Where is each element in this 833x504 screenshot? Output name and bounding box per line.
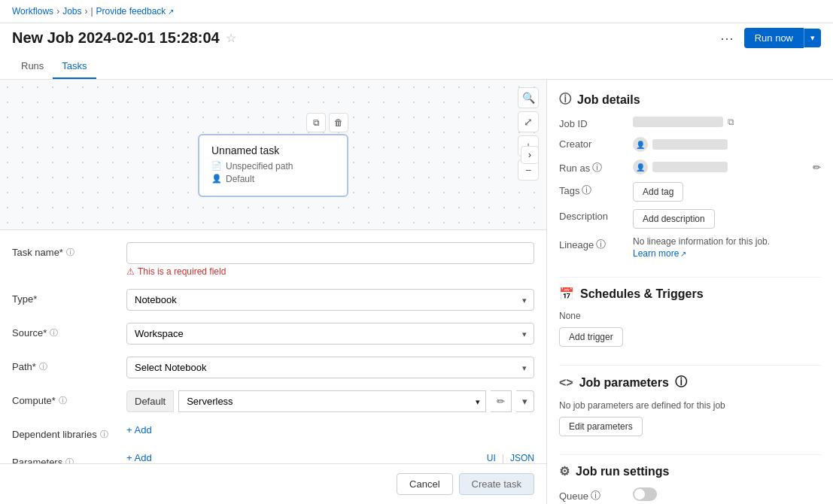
source-select-wrapper: Workspace ▾	[126, 323, 534, 345]
task-name-info-icon[interactable]: ⓘ	[66, 247, 74, 258]
add-description-button[interactable]: Add description	[633, 209, 715, 229]
params-header: + Add UI | JSON	[126, 452, 534, 463]
params-links: UI | JSON	[487, 453, 534, 463]
run-now-button[interactable]: Run now	[744, 28, 804, 48]
source-label: Source* ⓘ	[12, 323, 117, 339]
cancel-button[interactable]: Cancel	[397, 473, 452, 495]
run-as-info-icon[interactable]: ⓘ	[592, 161, 602, 175]
path-select-wrapper: Select Notebook ▾	[126, 357, 534, 378]
title-actions: ⋯ Run now ▾	[716, 28, 821, 48]
job-id-placeholder	[633, 117, 723, 127]
path-row: Path* ⓘ Select Notebook ▾	[12, 357, 534, 378]
page-title: New Job 2024-02-01 15:28:04	[12, 29, 220, 47]
dependent-libs-info-icon[interactable]: ⓘ	[100, 429, 108, 440]
breadcrumb-workflows[interactable]: Workflows	[12, 6, 53, 17]
task-card-cluster: 👤 Default	[211, 174, 335, 184]
source-info-icon[interactable]: ⓘ	[50, 327, 58, 339]
compute-default-tag: Default	[126, 390, 174, 412]
search-canvas-button[interactable]: 🔍	[518, 87, 539, 108]
add-tag-button[interactable]: Add tag	[633, 182, 683, 202]
run-as-label: Run as ⓘ	[559, 159, 627, 175]
breadcrumb: Workflows › Jobs › | Provide feedback	[12, 6, 174, 17]
job-params-info-icon[interactable]: ⓘ	[675, 375, 687, 390]
tab-runs[interactable]: Runs	[12, 54, 53, 79]
queue-info-icon[interactable]: ⓘ	[591, 489, 600, 502]
divider-1	[559, 277, 821, 278]
schedules-title: 📅 Schedules & Triggers	[559, 287, 821, 301]
source-row: Source* ⓘ Workspace ▾	[12, 323, 534, 345]
compute-caret-button[interactable]: ▾	[516, 390, 534, 412]
parameters-label: Parameters ⓘ	[12, 452, 117, 463]
params-ui-link[interactable]: UI	[487, 453, 496, 463]
compute-select-wrapper: Serverless ▾	[178, 390, 486, 412]
learn-more-link[interactable]: Learn more	[633, 248, 686, 259]
task-name-row: Task name* ⓘ ⚠ This is a required field	[12, 242, 534, 277]
parameters-row: Parameters ⓘ + Add UI | JSON	[12, 452, 534, 463]
no-params-text: No job parameters are defined for this j…	[559, 399, 821, 411]
dependent-libs-control: + Add	[126, 424, 534, 436]
run-as-avatar: 👤	[633, 159, 648, 175]
code-icon: <>	[559, 376, 573, 390]
task-form: Task name* ⓘ ⚠ This is a required field	[0, 230, 546, 463]
description-value: Add description	[633, 209, 821, 229]
copy-id-icon[interactable]: ⧉	[728, 117, 734, 127]
compute-select[interactable]: Serverless	[178, 390, 486, 412]
job-id-value: ⧉	[633, 117, 821, 127]
add-dependent-libs-link[interactable]: + Add	[126, 424, 534, 436]
creator-value: 👤	[633, 137, 821, 152]
edit-parameters-button[interactable]: Edit parameters	[559, 417, 643, 436]
app-container: Workflows › Jobs › | Provide feedback Ne…	[0, 0, 833, 504]
fit-canvas-button[interactable]: ⤢	[518, 111, 539, 132]
parameters-info-icon[interactable]: ⓘ	[65, 457, 74, 463]
path-select[interactable]: Select Notebook	[126, 357, 534, 378]
create-task-button[interactable]: Create task	[459, 473, 534, 495]
feedback-link[interactable]: Provide feedback	[96, 6, 175, 17]
breadcrumb-jobs[interactable]: Jobs	[62, 6, 81, 17]
queue-row: Queue ⓘ	[559, 487, 821, 502]
copy-task-button[interactable]: ⧉	[306, 113, 326, 132]
task-name-label: Task name* ⓘ	[12, 242, 117, 258]
tags-info-icon[interactable]: ⓘ	[582, 184, 591, 197]
run-as-placeholder	[652, 162, 728, 172]
dependent-libs-label: Dependent libraries ⓘ	[12, 424, 117, 440]
compute-edit-button[interactable]: ✏	[491, 390, 512, 412]
canvas-area: ⧉ 🗑 Unnamed task 📄 Unspecified path 👤 De…	[0, 80, 546, 230]
description-label: Description	[559, 209, 627, 222]
job-id-row: Job ID ⧉	[559, 117, 821, 129]
run-now-caret-button[interactable]: ▾	[804, 29, 821, 47]
toggle-knob	[634, 489, 645, 499]
divider-2	[559, 365, 821, 366]
run-as-edit-icon[interactable]: ✏	[813, 162, 821, 173]
path-info-icon[interactable]: ⓘ	[39, 361, 47, 372]
settings-icon: ⚙	[559, 464, 570, 478]
creator-label: Creator	[559, 137, 627, 150]
right-panel: ⓘ Job details Job ID ⧉ Creator 👤	[547, 80, 833, 504]
compute-row: Compute* ⓘ Default Serverless ▾	[12, 390, 534, 412]
tags-value: Add tag	[633, 182, 821, 202]
task-name-input[interactable]	[126, 242, 534, 264]
star-icon[interactable]: ☆	[226, 31, 236, 45]
path-control: Select Notebook ▾	[126, 357, 534, 378]
job-details-title: ⓘ Job details	[559, 92, 821, 108]
add-parameters-link[interactable]: + Add	[126, 452, 152, 463]
description-row: Description Add description	[559, 209, 821, 229]
run-as-row: Run as ⓘ 👤 ✏	[559, 159, 821, 175]
collapse-panel-button[interactable]: ›	[521, 146, 539, 164]
source-select[interactable]: Workspace	[126, 323, 534, 345]
add-trigger-button[interactable]: Add trigger	[559, 327, 623, 347]
task-card-path: 📄 Unspecified path	[211, 161, 335, 172]
type-select[interactable]: Notebook	[126, 289, 534, 311]
main-content: ⧉ 🗑 Unnamed task 📄 Unspecified path 👤 De…	[0, 80, 833, 504]
tags-label: Tags ⓘ	[559, 182, 627, 197]
params-json-link[interactable]: JSON	[510, 453, 534, 463]
job-id-label: Job ID	[559, 117, 627, 129]
compute-info-icon[interactable]: ⓘ	[59, 395, 67, 406]
tab-tasks[interactable]: Tasks	[53, 54, 96, 79]
path-label: Path* ⓘ	[12, 357, 117, 372]
more-button[interactable]: ⋯	[716, 29, 738, 48]
lineage-label: Lineage ⓘ	[559, 236, 627, 251]
queue-toggle-switch[interactable]	[633, 487, 657, 501]
lineage-info-icon[interactable]: ⓘ	[596, 238, 606, 251]
task-card[interactable]: Unnamed task 📄 Unspecified path 👤 Defaul…	[198, 134, 348, 197]
delete-task-button[interactable]: 🗑	[329, 113, 348, 132]
